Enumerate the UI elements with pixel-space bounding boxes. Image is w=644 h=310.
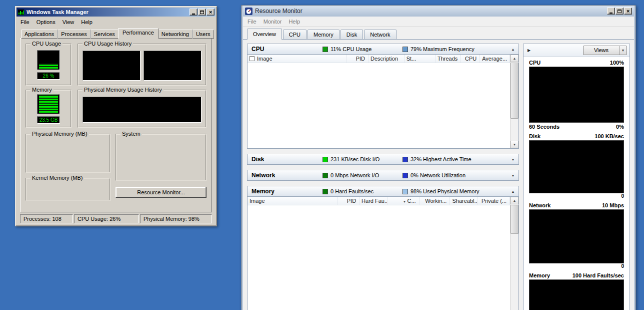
- graphs-panel: ▶ Views ▼ CPU100% 60 Seconds0% Disk100 K…: [523, 44, 630, 310]
- views-button[interactable]: Views ▼: [583, 46, 627, 55]
- cpu-graph-block: CPU100% 60 Seconds0%: [524, 57, 630, 130]
- column-header-status[interactable]: St...: [404, 55, 436, 63]
- graph-zero-label: 0: [529, 193, 624, 199]
- group-label: Kernel Memory (MB): [30, 175, 84, 181]
- scroll-down-icon[interactable]: ▼: [510, 141, 518, 148]
- column-header-image[interactable]: Image: [248, 197, 338, 205]
- cpu-table-header: Image PID Description St... Threads CPU …: [248, 55, 510, 63]
- section-title: Disk: [248, 156, 322, 163]
- tab-users[interactable]: Users: [192, 30, 214, 39]
- resource-monitor-button[interactable]: Resource Monitor...: [116, 187, 206, 198]
- disk-section-header[interactable]: Disk 231 KB/sec Disk I/O 32% Highest Act…: [247, 154, 519, 165]
- dropdown-arrow-icon: ▼: [619, 46, 626, 55]
- maximize-button[interactable]: [616, 8, 624, 15]
- graph-title: CPU: [529, 60, 540, 66]
- scroll-thumb[interactable]: [510, 63, 518, 119]
- column-header-description[interactable]: Description: [368, 55, 404, 63]
- close-button[interactable]: ×: [624, 8, 632, 15]
- tab-processes[interactable]: Processes: [58, 30, 90, 39]
- column-header-pid[interactable]: PID: [346, 55, 368, 63]
- chip-text: 32% Highest Active Time: [410, 156, 472, 162]
- scroll-track[interactable]: [510, 62, 518, 141]
- column-header-private[interactable]: Private (...: [478, 197, 510, 205]
- tab-performance[interactable]: Performance: [118, 28, 158, 39]
- collapse-chevron-icon[interactable]: ▲: [508, 48, 518, 51]
- group-label: Memory: [30, 87, 54, 93]
- cpu-usage-meter: [37, 50, 60, 70]
- column-header-average-cpu[interactable]: Average...: [480, 55, 510, 63]
- minimize-button[interactable]: [190, 9, 198, 16]
- group-label: CPU Usage History: [82, 41, 133, 47]
- collapse-chevron-icon[interactable]: ▲: [508, 190, 518, 193]
- tab-applications[interactable]: Applications: [21, 30, 58, 39]
- tab-cpu[interactable]: CPU: [283, 30, 306, 39]
- network-section-header[interactable]: Network 0 Mbps Network I/O 0% Network Ut…: [247, 170, 519, 181]
- menu-file[interactable]: File: [244, 18, 260, 26]
- cpu-table-scrollbar[interactable]: ▲ ▼: [510, 55, 518, 148]
- close-button[interactable]: ×: [206, 9, 214, 16]
- chip-text: 231 KB/sec Disk I/O: [330, 156, 380, 162]
- column-header-cpu[interactable]: CPU: [461, 55, 480, 63]
- tab-services[interactable]: Services: [90, 30, 118, 39]
- task-manager-menubar: File Options View Help: [16, 17, 216, 27]
- select-all-checkbox[interactable]: [250, 56, 254, 61]
- green-square-icon: [322, 157, 328, 162]
- maximize-button[interactable]: [198, 9, 206, 16]
- column-header-commit[interactable]: ▼C...: [388, 197, 420, 205]
- sort-desc-icon: ▼: [403, 200, 406, 203]
- panel-collapse-arrow-icon[interactable]: ▶: [525, 48, 533, 53]
- disk-graph-block: Disk100 KB/sec 0: [524, 130, 630, 199]
- group-label: CPU Usage: [30, 41, 62, 47]
- memory-graph-block: Memory100 Hard Faults/sec: [524, 269, 630, 310]
- column-header-pid[interactable]: PID: [338, 197, 360, 205]
- tab-network[interactable]: Network: [364, 30, 396, 39]
- menu-options[interactable]: Options: [33, 18, 59, 26]
- cpu-section-header[interactable]: CPU 11% CPU Usage 79% Maximum Frequency …: [247, 44, 519, 55]
- chip-text: 0 Hard Faults/sec: [330, 188, 374, 194]
- scroll-track[interactable]: [510, 204, 518, 310]
- memory-meter-fill: [39, 95, 58, 113]
- minimize-button[interactable]: [607, 8, 615, 15]
- menu-help[interactable]: Help: [285, 18, 304, 26]
- column-header-image[interactable]: Image: [248, 55, 346, 63]
- scroll-thumb[interactable]: [510, 205, 518, 234]
- chip-text: 0 Mbps Network I/O: [330, 172, 379, 178]
- tab-memory[interactable]: Memory: [308, 30, 340, 39]
- scroll-up-icon[interactable]: ▲: [510, 197, 518, 204]
- blue-square-icon: [402, 47, 408, 52]
- task-manager-statusbar: Processes: 108 CPU Usage: 26% Physical M…: [20, 214, 212, 223]
- graph-zero-label: 0: [529, 263, 624, 269]
- window-resource-monitor: Resource Monitor × File Monitor Help Ove…: [241, 5, 636, 310]
- physical-memory-group: Physical Memory (MB): [26, 134, 110, 173]
- memory-group: Memory 23.5 GB: [26, 90, 72, 128]
- menu-monitor[interactable]: Monitor: [260, 18, 286, 26]
- graph-scale: 100 Hard Faults/sec: [572, 272, 624, 278]
- scroll-up-icon[interactable]: ▲: [510, 55, 518, 62]
- resource-monitor-menubar: File Monitor Help: [243, 17, 634, 27]
- hard-faults-chip: 0 Hard Faults/sec: [322, 188, 402, 194]
- cpu-meter-fill: [39, 64, 58, 69]
- menu-help[interactable]: Help: [78, 18, 96, 26]
- views-button-label: Views: [584, 47, 619, 53]
- expand-chevron-icon[interactable]: ▼: [508, 174, 518, 177]
- memory-section-header[interactable]: Memory 0 Hard Faults/sec 98% Used Physic…: [247, 186, 519, 197]
- resource-monitor-app-icon: [245, 8, 252, 15]
- task-manager-titlebar[interactable]: Windows Task Manager ×: [16, 8, 216, 17]
- memory-table-scrollbar[interactable]: ▲ ▼: [510, 197, 518, 310]
- column-header-working-set[interactable]: Workin...: [420, 197, 450, 205]
- column-header-shareable[interactable]: Shareabl...: [450, 197, 478, 205]
- cpu-section: CPU 11% CPU Usage 79% Maximum Frequency …: [247, 44, 519, 149]
- resource-monitor-titlebar[interactable]: Resource Monitor ×: [243, 6, 634, 17]
- column-header-hard-faults[interactable]: Hard Fau...: [360, 197, 388, 205]
- memory-history-group: Physical Memory Usage History: [78, 90, 206, 128]
- menu-file[interactable]: File: [17, 18, 33, 26]
- tab-networking[interactable]: Networking: [158, 30, 192, 39]
- tab-disk[interactable]: Disk: [340, 30, 363, 39]
- chip-text: 79% Maximum Frequency: [410, 46, 474, 52]
- menu-view[interactable]: View: [59, 18, 78, 26]
- tab-overview[interactable]: Overview: [247, 29, 282, 40]
- used-physical-memory-chip: 98% Used Physical Memory: [402, 188, 508, 194]
- graph-scale: 100 KB/sec: [594, 133, 624, 139]
- column-header-threads[interactable]: Threads: [436, 55, 462, 63]
- expand-chevron-icon[interactable]: ▼: [508, 158, 518, 161]
